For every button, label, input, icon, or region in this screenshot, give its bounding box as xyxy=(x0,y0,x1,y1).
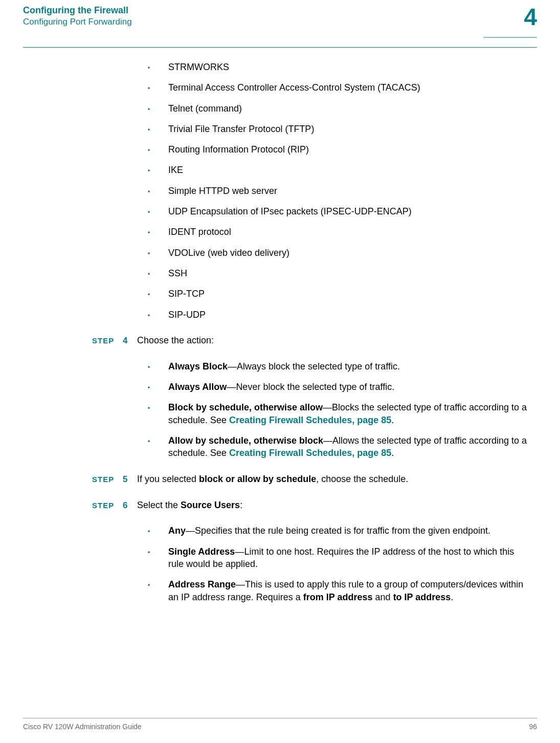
list-item-text: Always Allow—Never block the selected ty… xyxy=(168,381,532,393)
step-text-bold: block or allow by schedule xyxy=(199,474,316,484)
option-bold3: to IP address xyxy=(393,592,451,602)
footer-book-title: Cisco RV 120W Administration Guide xyxy=(23,723,142,731)
option-name: Always Allow xyxy=(168,382,227,392)
bullet-icon: • xyxy=(145,187,168,195)
step-5: STEP 5 If you selected block or allow by… xyxy=(92,473,532,486)
step-number: 6 xyxy=(123,500,137,512)
list-item-text: Terminal Access Controller Access-Contro… xyxy=(168,81,532,94)
step-text: If you selected block or allow by schedu… xyxy=(137,473,532,485)
option-desc: —Specifies that the rule being created i… xyxy=(186,526,490,536)
option-mid: and xyxy=(373,592,393,602)
step-text: Select the Source Users: xyxy=(137,499,532,511)
option-name: Address Range xyxy=(168,579,236,589)
list-item-text: SIP-UDP xyxy=(168,309,532,321)
bullet-icon: • xyxy=(145,581,168,589)
list-item-text: Routing Information Protocol (RIP) xyxy=(168,143,532,156)
list-item-text: Trivial File Transfer Protocol (TFTP) xyxy=(168,123,532,135)
list-item: •Trivial File Transfer Protocol (TFTP) xyxy=(145,123,532,135)
chapter-title: Configuring the Firewall xyxy=(23,5,132,16)
section-title: Configuring Port Forwarding xyxy=(23,17,132,27)
bullet-icon: • xyxy=(145,166,168,174)
body-content: •STRMWORKS •Terminal Access Controller A… xyxy=(145,61,532,603)
bullet-icon: • xyxy=(145,270,168,278)
list-item: •UDP Encapsulation of IPsec packets (IPS… xyxy=(145,205,532,217)
option-desc: —Always block the selected type of traff… xyxy=(228,361,400,372)
bullet-icon: • xyxy=(145,290,168,298)
bullet-icon: • xyxy=(145,84,168,92)
step-4-options: • Always Block—Always block the selected… xyxy=(145,360,532,460)
option-desc-tail: . xyxy=(391,415,394,425)
option-name: Any xyxy=(168,526,186,536)
bullet-icon: • xyxy=(145,63,168,72)
page-header: Configuring the Firewall Configuring Por… xyxy=(23,5,537,32)
list-item-text: Single Address—Limit to one host. Requir… xyxy=(168,545,532,571)
list-item-text: Address Range—This is used to apply this… xyxy=(168,578,532,603)
list-item: •IKE xyxy=(145,164,532,176)
list-item: •VDOLive (web video delivery) xyxy=(145,247,532,259)
option-post: . xyxy=(451,592,453,602)
header-rule xyxy=(23,47,537,48)
list-item: • Any—Specifies that the rule being crea… xyxy=(145,525,532,537)
list-item-text: IDENT protocol xyxy=(168,226,532,238)
list-item-text: UDP Encapsulation of IPsec packets (IPSE… xyxy=(168,205,532,217)
footer-rule xyxy=(23,718,537,718)
step-number: 5 xyxy=(123,474,137,486)
list-item: •SIP-TCP xyxy=(145,288,532,300)
list-item: • Allow by schedule, otherwise block—All… xyxy=(145,434,532,460)
list-item: •Terminal Access Controller Access-Contr… xyxy=(145,81,532,94)
step-label: STEP xyxy=(92,336,123,346)
service-list: •STRMWORKS •Terminal Access Controller A… xyxy=(145,61,532,321)
list-item-text: VDOLive (web video delivery) xyxy=(168,247,532,259)
step-text-pre: Select the xyxy=(137,500,181,510)
list-item-text: Allow by schedule, otherwise block—Allow… xyxy=(168,434,532,460)
list-item-text: Simple HTTPD web server xyxy=(168,185,532,197)
bullet-icon: • xyxy=(145,249,168,257)
step-text-pre: If you selected xyxy=(137,474,199,484)
list-item: •Simple HTTPD web server xyxy=(145,185,532,197)
list-item: •SSH xyxy=(145,267,532,279)
list-item: • Block by schedule, otherwise allow—Blo… xyxy=(145,401,532,426)
bullet-icon: • xyxy=(145,383,168,391)
option-desc-tail: . xyxy=(391,448,394,458)
cross-ref-link[interactable]: Creating Firewall Schedules, page 85 xyxy=(229,448,391,458)
step-text-post: , choose the schedule. xyxy=(316,474,408,484)
list-item-text: SIP-TCP xyxy=(168,288,532,300)
list-item-text: Always Block—Always block the selected t… xyxy=(168,360,532,373)
chapter-tab-line xyxy=(483,37,537,38)
option-name: Block by schedule, otherwise allow xyxy=(168,402,323,412)
bullet-icon: • xyxy=(145,527,168,535)
bullet-icon: • xyxy=(145,125,168,134)
list-item: • Always Allow—Never block the selected … xyxy=(145,381,532,393)
step-6-options: • Any—Specifies that the rule being crea… xyxy=(145,525,532,603)
list-item: •STRMWORKS xyxy=(145,61,532,73)
step-text-bold: Source Users xyxy=(181,500,240,510)
list-item-text: SSH xyxy=(168,267,532,279)
step-label: STEP xyxy=(92,500,123,511)
step-number: 4 xyxy=(123,335,137,347)
step-6: STEP 6 Select the Source Users: xyxy=(92,499,532,512)
step-4: STEP 4 Choose the action: xyxy=(92,334,532,347)
list-item: •Routing Information Protocol (RIP) xyxy=(145,143,532,156)
list-item: • Always Block—Always block the selected… xyxy=(145,360,532,373)
list-item: •SIP-UDP xyxy=(145,309,532,321)
bullet-icon: • xyxy=(145,146,168,154)
cross-ref-link[interactable]: Creating Firewall Schedules, page 85 xyxy=(229,415,391,425)
footer-page-number: 96 xyxy=(529,723,537,731)
page-footer: Cisco RV 120W Administration Guide 96 xyxy=(23,718,537,731)
bullet-icon: • xyxy=(145,437,168,445)
list-item: • Address Range—This is used to apply th… xyxy=(145,578,532,603)
bullet-icon: • xyxy=(145,105,168,113)
list-item: •Telnet (command) xyxy=(145,102,532,115)
list-item: • Single Address—Limit to one host. Requ… xyxy=(145,545,532,571)
list-item-text: Block by schedule, otherwise allow—Block… xyxy=(168,401,532,426)
bullet-icon: • xyxy=(145,208,168,216)
option-name: Always Block xyxy=(168,361,228,372)
bullet-icon: • xyxy=(145,404,168,412)
option-name: Single Address xyxy=(168,547,235,557)
bullet-icon: • xyxy=(145,548,168,556)
option-bold2: from IP address xyxy=(303,592,373,602)
list-item-text: Any—Specifies that the rule being create… xyxy=(168,525,532,537)
list-item: •IDENT protocol xyxy=(145,226,532,238)
chapter-number: 4 xyxy=(509,5,537,32)
step-text-post: : xyxy=(240,500,242,510)
